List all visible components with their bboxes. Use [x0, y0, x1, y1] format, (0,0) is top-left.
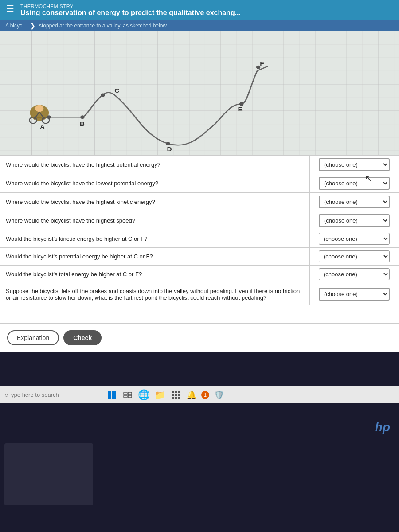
table-row: Where would the bicyclist have the lowes… [0, 174, 399, 193]
security-icon[interactable]: 🛡️ [213, 389, 225, 401]
questions-table: Where would the bicyclist have the highe… [0, 155, 399, 324]
hamburger-icon[interactable]: ☰ [6, 4, 14, 13]
q5-select[interactable]: (choose one) CF [319, 233, 390, 245]
question-text: Would the bicyclist's total energy be hi… [0, 266, 310, 283]
chevron-down-icon[interactable]: ❯ [30, 22, 35, 29]
answer-cell: (choose one) CF [310, 248, 399, 265]
notification-icon[interactable]: 🔔 [185, 389, 198, 401]
q3-select[interactable]: (choose one) ABCDEF [319, 196, 390, 208]
svg-rect-30 [175, 391, 177, 393]
q7-select[interactable]: (choose one) CF [319, 268, 390, 280]
svg-point-20 [256, 66, 260, 69]
folder-icon[interactable]: 📁 [153, 389, 166, 401]
search-icon: ○ [4, 391, 8, 399]
explanation-button[interactable]: Explanation [7, 330, 59, 345]
svg-rect-27 [124, 395, 127, 398]
header-bar: ☰ THERMOCHEMISTRY Using conservation of … [0, 0, 399, 20]
svg-point-19 [239, 102, 243, 106]
hp-logo: hp [375, 420, 390, 434]
header-subject: THERMOCHEMISTRY [20, 4, 241, 9]
graph-svg: A B C D E F [0, 31, 399, 155]
svg-point-16 [80, 115, 84, 119]
taskbar: ○ 🌐 📁 🔔 1 🛡 [0, 386, 399, 403]
answer-cell: (choose one) ABCDEF [310, 174, 399, 192]
check-button[interactable]: Check [63, 330, 102, 345]
main-content: A B C D E F Where would the bicyclist ha… [0, 31, 399, 352]
svg-rect-28 [128, 395, 132, 398]
svg-rect-29 [172, 391, 174, 393]
svg-point-4 [35, 105, 43, 112]
svg-rect-35 [172, 397, 174, 399]
answer-cell: (choose one) ABCDEF [310, 211, 399, 230]
svg-text:F: F [260, 60, 264, 67]
search-box[interactable]: ○ [4, 391, 102, 399]
dark-bottom-area: hp [0, 403, 399, 532]
browser-area: A bicyc... ❯ stopped at the entrance to … [0, 20, 399, 31]
svg-text:A: A [40, 124, 45, 130]
svg-rect-31 [178, 391, 180, 393]
table-row: Would the bicyclist's total energy be hi… [0, 266, 399, 283]
answer-cell: (choose one) ABCDEF [310, 156, 399, 174]
table-row: Would the bicyclist's potential energy b… [0, 248, 399, 266]
svg-text:B: B [80, 121, 85, 127]
q6-select[interactable]: (choose one) CF [319, 250, 390, 262]
table-row: Where would the bicyclist have the highe… [0, 193, 399, 211]
q8-select[interactable]: (choose one) ABCDEF [319, 288, 390, 301]
graph-area: A B C D E F [0, 31, 399, 155]
svg-point-18 [166, 142, 170, 145]
svg-rect-33 [175, 394, 177, 396]
svg-text:C: C [114, 88, 119, 94]
browser-tab-text: stopped at the entrance to a valley, as … [39, 23, 394, 29]
svg-rect-2 [0, 31, 399, 155]
svg-rect-26 [128, 392, 132, 395]
svg-rect-22 [112, 391, 116, 395]
mouse-cursor: ↖ [365, 173, 372, 184]
question-text: Where would the bicyclist have the lowes… [0, 174, 310, 192]
svg-rect-34 [178, 394, 180, 396]
answer-cell: (choose one) CF [310, 266, 399, 283]
svg-point-17 [101, 93, 105, 97]
question-text: Would the bicyclist's potential energy b… [0, 248, 310, 265]
search-input[interactable] [11, 391, 102, 398]
question-text: Would the bicyclist's kinetic energy be … [0, 230, 310, 247]
q1-select[interactable]: (choose one) ABCDEF [319, 158, 390, 171]
table-row: Where would the bicyclist have the highe… [0, 156, 399, 174]
svg-rect-24 [112, 395, 116, 399]
notification-badge: 1 [201, 391, 209, 399]
answer-cell: (choose one) ABCDEF [310, 193, 399, 211]
question-text: Where would the bicyclist have the highe… [0, 193, 310, 211]
dark-panel [4, 443, 93, 505]
svg-text:D: D [167, 146, 172, 153]
buttons-row: Explanation Check [0, 324, 399, 352]
svg-rect-36 [175, 397, 177, 399]
question-text: Where would the bicyclist have the highe… [0, 211, 310, 230]
answer-cell: (choose one) CF [310, 230, 399, 247]
edge-icon[interactable]: 🌐 [137, 389, 150, 401]
q4-select[interactable]: (choose one) ABCDEF [319, 214, 390, 227]
svg-rect-23 [108, 395, 111, 399]
header-title: Using conservation of energy to predict … [20, 9, 241, 17]
table-row: Would the bicyclist's kinetic energy be … [0, 230, 399, 248]
table-row: Where would the bicyclist have the highe… [0, 211, 399, 230]
question-text: Where would the bicyclist have the highe… [0, 156, 310, 174]
apps-icon[interactable] [169, 389, 182, 401]
svg-rect-21 [108, 391, 111, 395]
windows-start-icon[interactable] [106, 389, 118, 401]
q2-select[interactable]: (choose one) ABCDEF [319, 177, 390, 190]
svg-rect-25 [124, 392, 127, 395]
svg-rect-37 [178, 397, 180, 399]
browser-tab-label: A bicyc... [5, 23, 27, 29]
svg-point-15 [47, 115, 51, 119]
table-row: Suppose the bicyclist lets off the brake… [0, 283, 399, 323]
question-text: Suppose the bicyclist lets off the brake… [0, 283, 310, 305]
svg-text:E: E [238, 106, 242, 113]
answer-cell: (choose one) ABCDEF [310, 283, 399, 303]
taskview-icon[interactable] [121, 389, 134, 401]
header-text: THERMOCHEMISTRY Using conservation of en… [20, 4, 241, 17]
svg-rect-32 [172, 394, 174, 396]
